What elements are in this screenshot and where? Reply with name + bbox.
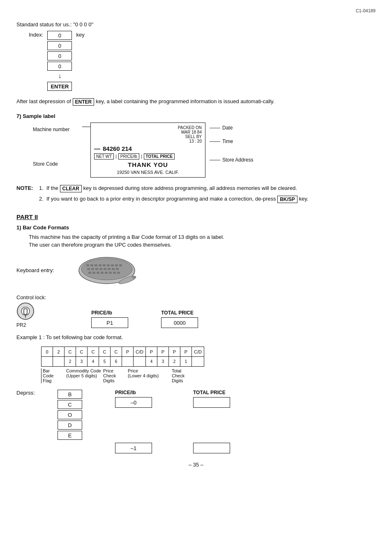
sell-by: SELL BY: [178, 134, 202, 139]
depress-label: Deprss:: [16, 390, 49, 396]
svg-rect-25: [113, 272, 116, 274]
note2-row: 2. If you want to go back to a prior ent…: [39, 196, 376, 203]
machine-number-label: Machine number: [33, 127, 82, 132]
depress-price-lb-box2: –1: [115, 443, 152, 453]
key-label: key: [76, 32, 84, 38]
enter-key-inline: ENTER: [73, 98, 95, 106]
bc-sh1: [53, 357, 65, 367]
bc-sh5: 5: [99, 357, 111, 367]
svg-rect-23: [105, 272, 108, 274]
after-enter-section: After last depression of ENTER key, a la…: [16, 98, 376, 106]
svg-rect-18: [116, 268, 119, 270]
bc-sh12: 1: [180, 357, 191, 367]
right-annotations: —— Date —— Time —— Store Address: [210, 122, 253, 163]
price-lb-box: PRICE/lb: [118, 153, 139, 159]
bc-h1: 2: [53, 347, 65, 357]
bc-h4: C: [88, 347, 99, 357]
depress-section: Deprss: B C O D E PRICE/lb –0: [16, 390, 376, 453]
svg-rect-24: [109, 272, 112, 274]
barcode-table: 0 2 C C C C C P C/D P P P P C/D 2 3 4: [41, 347, 204, 367]
price-set-1: PRICE/lb –0 TOTAL PRICE: [115, 390, 230, 408]
barcode-subheader-row: 2 3 4 5 6 4 3 2 1: [42, 357, 204, 367]
page-id: C1-04189: [16, 8, 376, 13]
svg-rect-26: [117, 272, 120, 274]
depress-price-lb-label: PRICE/lb: [115, 390, 136, 395]
total-price-box: TOTAL PRICE: [144, 153, 175, 159]
example-text: Example 1 : To set following bar code fo…: [16, 334, 376, 340]
bc-sh11: 2: [168, 357, 180, 367]
note1-num: 1.: [39, 185, 46, 191]
svg-rect-12: [91, 268, 94, 270]
index-box-2: 0: [47, 51, 72, 60]
control-lock-left: Control lock: PR2: [16, 294, 46, 328]
svg-rect-20: [92, 272, 95, 274]
bc-sh8: [134, 357, 146, 367]
svg-rect-3: [90, 264, 93, 266]
svg-rect-8: [111, 264, 114, 266]
bc-h8: C/D: [134, 347, 146, 357]
standard-status-text: Standard status for us.: "0 0 0 0": [16, 21, 376, 28]
index-label: Index:: [29, 32, 43, 38]
control-lock-row: Control lock: PR2 PRICE/lb P1 TOTAL PRIC…: [16, 294, 376, 328]
depress-keys: B C O D E: [58, 390, 82, 440]
arrow-down: ↓: [58, 73, 61, 79]
svg-rect-13: [95, 268, 98, 270]
barcode-text2: The user can therefore program the UPC c…: [29, 242, 376, 248]
depress-total-price-box2: [193, 443, 230, 453]
svg-rect-11: [87, 268, 90, 270]
svg-rect-15: [104, 268, 106, 270]
packed-on: PACKED ON: [178, 125, 202, 130]
barcode-header-row: 0 2 C C C C C P C/D P P P P C/D: [42, 347, 204, 357]
part2-section: PART II 1) Bar Code Formats This machine…: [16, 213, 376, 453]
svg-rect-9: [115, 264, 118, 266]
bksp-key: BK/SP: [277, 196, 297, 203]
bc-h12: P: [180, 347, 191, 357]
price-lb-col: PRICE/lb P1: [91, 310, 128, 328]
bc-sh4: 4: [88, 357, 99, 367]
date-label: Date: [222, 125, 233, 131]
total-price-box: 0000: [161, 317, 198, 328]
price-lb-box: P1: [91, 317, 128, 328]
thank-you: THANK YOU: [94, 161, 202, 168]
bc-sh10: 3: [157, 357, 168, 367]
bc-h9: P: [145, 347, 157, 357]
index-box-3: 0: [47, 62, 72, 71]
lock-icon: [16, 302, 35, 321]
time: 13 : 20: [178, 139, 202, 143]
packed-on-row: PACKED ON MAR 18 84 SELL BY 13 : 20: [94, 125, 202, 143]
svg-rect-21: [97, 272, 99, 274]
bc-desc-commodity: Commodity Code(Upper 5 digits): [64, 368, 101, 384]
bc-h7: P: [122, 347, 134, 357]
note1-text: If the CLEAR key is depressed during sto…: [46, 185, 297, 192]
keyboard-entry-label: Keyboard entry:: [16, 267, 70, 273]
store-code-val: 84260 214: [103, 145, 132, 152]
mar-date: MAR 18 84: [178, 130, 202, 134]
note2-num: 2.: [39, 196, 46, 202]
dep-key-b: B: [58, 390, 82, 399]
index-diagram: Index: 0 0 0 0 ↓ ENTER key: [29, 31, 376, 91]
price-lb-title: PRICE/lb: [91, 310, 112, 316]
bc-desc-flag: BarCodeFlag: [41, 368, 64, 384]
bc-desc-total-check: TotalCheckDigits: [170, 368, 184, 384]
svg-rect-17: [112, 268, 115, 270]
bc-desc-price-lower: Price(Lower 4 digits): [124, 368, 170, 384]
time-label: Time: [222, 139, 233, 144]
keyboard-svg: [78, 252, 140, 287]
barcode-table-wrapper: 0 2 C C C C C P C/D P P P P C/D 2 3 4: [41, 347, 376, 384]
bc-desc-price-check: PriceCheckDigits: [101, 368, 124, 384]
bc-h13: C/D: [191, 347, 204, 357]
keyboard-entry-row: Keyboard entry:: [16, 252, 376, 288]
depress-price-displays: PRICE/lb –0 TOTAL PRICE: [115, 390, 230, 453]
dep-key-d: D: [58, 421, 82, 430]
bc-sh3: 3: [76, 357, 88, 367]
bc-h11: P: [168, 347, 180, 357]
index-box-0: 0: [47, 31, 72, 40]
barcode-text1: This machine has the capacity of printin…: [29, 234, 376, 240]
store-address-label: Store Address: [222, 157, 253, 163]
sample-label-section: 7) Sample label Machine number Store Cod…: [16, 113, 376, 178]
note2-text: If you want to go back to a prior entry …: [46, 196, 308, 203]
bc-sh2: 2: [65, 357, 76, 367]
bc-h6: C: [111, 347, 122, 357]
control-lock-label: Control lock:: [16, 294, 46, 300]
depress-price-lb-box1: –0: [115, 397, 152, 408]
